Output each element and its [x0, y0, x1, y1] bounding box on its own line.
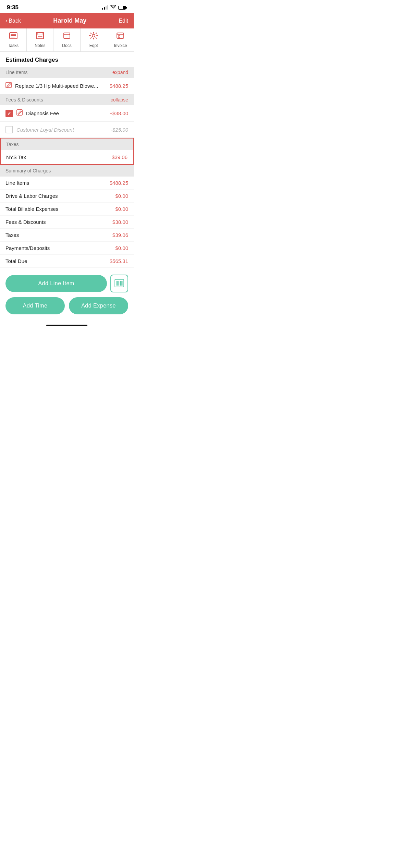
summary-drive-label: Drive & Labor Charges	[5, 193, 58, 199]
tab-tasks-label: Tasks	[8, 43, 19, 48]
svg-rect-9	[117, 33, 124, 38]
summary-billable-value: $0.00	[115, 206, 128, 212]
edit-button[interactable]: Edit	[119, 18, 128, 24]
summary-row-taxes: Taxes $39.06	[0, 229, 134, 242]
diagnosis-fee-label: Diagnosis Fee	[26, 110, 106, 116]
summary-line-items-label: Line Items	[5, 180, 29, 186]
docs-icon	[62, 32, 71, 41]
customer-discount-row[interactable]: Customer Loyal Discount -$25.00	[0, 122, 134, 138]
svg-rect-6	[64, 33, 70, 38]
svg-rect-7	[64, 33, 70, 35]
invoice-icon	[116, 32, 125, 41]
summary-fees-value: $38.00	[112, 219, 128, 225]
tab-invoice[interactable]: Invoice	[107, 28, 134, 51]
customer-discount-amount: -$25.00	[111, 127, 128, 133]
tab-docs-label: Docs	[62, 43, 71, 48]
tab-eqpt-label: Eqpt	[89, 43, 98, 48]
signal-icon	[102, 5, 108, 10]
svg-rect-11	[118, 36, 120, 37]
wifi-icon	[110, 5, 116, 10]
edit-line-icon	[5, 82, 12, 90]
back-label: Back	[9, 18, 21, 24]
eqpt-icon	[89, 32, 98, 41]
add-line-item-row: Add Line Item	[5, 275, 128, 292]
taxes-header: Taxes	[1, 138, 133, 150]
nys-tax-name: NYS Tax	[6, 154, 26, 160]
checkmark-icon: ✓	[7, 111, 11, 116]
tab-notes-label: Notes	[35, 43, 45, 48]
nav-tabs: Tasks Notes Docs	[0, 28, 134, 52]
summary-row-line-items: Line Items $488.25	[0, 177, 134, 190]
summary-row-billable: Total Billable Expenses $0.00	[0, 203, 134, 216]
back-button[interactable]: ‹ Back	[5, 18, 21, 24]
barcode-button[interactable]	[110, 275, 128, 292]
line-item-text: Replace 1/3 Hp Multi-speed Blowe...	[15, 83, 106, 89]
status-time: 9:35	[7, 4, 19, 11]
line-item-row[interactable]: Replace 1/3 Hp Multi-speed Blowe... $488…	[0, 78, 134, 94]
summary-payments-value: $0.00	[115, 245, 128, 251]
edit-diagnosis-icon	[16, 109, 23, 117]
chevron-left-icon: ‹	[5, 18, 7, 24]
line-items-expand[interactable]: expand	[112, 70, 128, 75]
summary-taxes-label: Taxes	[5, 232, 19, 238]
bottom-section: Add Line Item Add Time Add Expense	[0, 268, 134, 321]
tab-tasks[interactable]: Tasks	[0, 28, 27, 51]
summary-row-payments: Payments/Deposits $0.00	[0, 242, 134, 255]
svg-point-8	[92, 34, 95, 37]
tab-docs[interactable]: Docs	[53, 28, 80, 51]
header-title: Harold May	[53, 17, 86, 24]
home-bar	[46, 325, 87, 326]
tab-invoice-label: Invoice	[114, 43, 127, 48]
taxes-label: Taxes	[6, 142, 19, 147]
diagnosis-fee-row[interactable]: ✓ Diagnosis Fee +$38.00	[0, 105, 134, 122]
diagnosis-fee-amount: +$38.00	[109, 110, 128, 116]
summary-row-total: Total Due $565.31	[0, 255, 134, 268]
estimated-charges-title: Estimated Charges	[0, 52, 134, 67]
diagnosis-checkbox[interactable]: ✓	[5, 110, 13, 117]
discount-checkbox[interactable]	[5, 126, 13, 133]
add-time-button[interactable]: Add Time	[5, 297, 65, 314]
status-icons	[102, 5, 127, 10]
summary-fees-label: Fees & Discounts	[5, 219, 46, 225]
tasks-icon	[9, 32, 18, 41]
header: ‹ Back Harold May Edit	[0, 13, 134, 28]
summary-line-items-value: $488.25	[110, 180, 128, 186]
customer-discount-label: Customer Loyal Discount	[16, 127, 107, 133]
line-items-label: Line Items	[5, 70, 28, 75]
battery-icon	[118, 6, 127, 10]
tab-notes[interactable]: Notes	[27, 28, 53, 51]
summary-drive-value: $0.00	[115, 193, 128, 199]
home-indicator	[0, 321, 134, 328]
summary-payments-label: Payments/Deposits	[5, 245, 50, 251]
fees-group-header: Fees & Discounts collapse	[0, 94, 134, 105]
summary-billable-label: Total Billable Expenses	[5, 206, 58, 212]
notes-icon	[36, 32, 45, 41]
fees-label: Fees & Discounts	[5, 97, 43, 103]
add-expense-button[interactable]: Add Expense	[69, 297, 128, 314]
tab-eqpt[interactable]: Eqpt	[81, 28, 107, 51]
summary-total-value: $565.31	[110, 258, 128, 264]
line-items-group-header: Line Items expand	[0, 67, 134, 78]
nys-tax-row: NYS Tax $39.06	[1, 150, 133, 164]
summary-row-fees: Fees & Discounts $38.00	[0, 216, 134, 229]
line-item-amount: $488.25	[110, 83, 128, 89]
summary-label: Summary of Charges	[5, 168, 51, 173]
summary-row-drive-labor: Drive & Labor Charges $0.00	[0, 190, 134, 203]
fees-collapse[interactable]: collapse	[111, 97, 128, 103]
barcode-icon	[114, 279, 124, 288]
summary-taxes-value: $39.06	[112, 232, 128, 238]
add-line-item-button[interactable]: Add Line Item	[5, 275, 107, 292]
summary-total-label: Total Due	[5, 258, 27, 264]
status-bar: 9:35	[0, 0, 134, 13]
nys-tax-amount: $39.06	[112, 154, 127, 160]
taxes-section: Taxes NYS Tax $39.06	[0, 138, 134, 165]
summary-header: Summary of Charges	[0, 165, 134, 177]
bottom-two-buttons: Add Time Add Expense	[5, 297, 128, 314]
